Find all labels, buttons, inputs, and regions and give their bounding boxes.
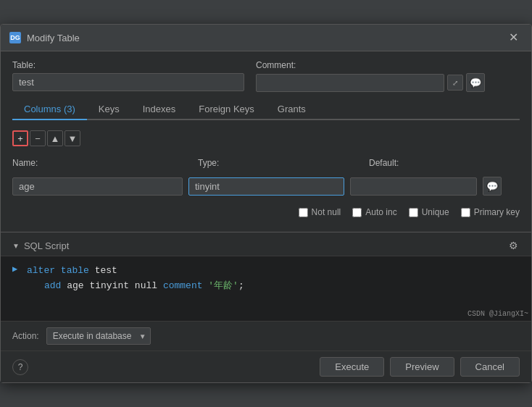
- sql-editor: ▶ alter table test add age tinyint null: [1, 256, 531, 321]
- action-select[interactable]: Execute in database Generate SQL script: [46, 327, 151, 345]
- col-type-header: Type:: [198, 158, 357, 168]
- close-button[interactable]: ✕: [504, 30, 523, 45]
- sql-comment-kw: comment: [163, 279, 203, 294]
- comment-label: Comment:: [256, 60, 485, 70]
- sql-settings-button[interactable]: ⚙: [507, 238, 520, 253]
- col-name-header: Name:: [12, 158, 186, 168]
- sql-gutter: ▶: [12, 264, 27, 294]
- expand-comment-button[interactable]: ⤢: [447, 75, 463, 91]
- move-up-button[interactable]: ▲: [47, 130, 63, 146]
- preview-button[interactable]: Preview: [390, 357, 454, 377]
- sql-null-kw: null: [135, 279, 157, 294]
- tab-columns[interactable]: Columns (3): [12, 99, 87, 120]
- sql-col-type: tinyint: [89, 279, 129, 294]
- gutter-line-2: [12, 274, 21, 283]
- checkboxes-row: Not null Auto inc Unique Primary key: [12, 203, 520, 220]
- remove-column-button[interactable]: −: [30, 130, 46, 146]
- sql-code: alter table test add age tinyint null co…: [27, 264, 244, 294]
- sql-section: ▼ SQL Script ⚙ ▶ alter table test: [1, 229, 531, 321]
- tab-indexes[interactable]: Indexes: [131, 99, 188, 120]
- dialog-footer: ? Execute Preview Cancel: [1, 351, 531, 382]
- tab-keys[interactable]: Keys: [87, 99, 131, 120]
- columns-toolbar: + − ▲ ▼: [12, 127, 520, 149]
- footer-buttons: Execute Preview Cancel: [320, 357, 520, 377]
- table-label: Table:: [12, 60, 244, 70]
- not-null-checkbox[interactable]: [299, 208, 308, 217]
- tabs: Columns (3) Keys Indexes Foreign Keys Gr…: [12, 99, 520, 120]
- sql-semicolon: ;: [238, 279, 244, 294]
- sql-add-kw: add: [44, 279, 61, 294]
- comment-row: ⤢ 💬: [256, 73, 485, 92]
- execute-button[interactable]: Execute: [320, 357, 384, 377]
- auto-inc-label: Auto inc: [365, 207, 396, 217]
- sql-table-name: test: [95, 264, 117, 279]
- not-null-group: Not null: [299, 207, 341, 217]
- table-group: Table:: [12, 60, 244, 91]
- unique-group: Unique: [409, 207, 449, 217]
- action-label: Action:: [12, 331, 39, 341]
- title-bar-left: DG Modify Table: [9, 32, 80, 43]
- add-column-button[interactable]: +: [12, 130, 28, 146]
- title-bar: DG Modify Table ✕: [1, 25, 531, 51]
- app-icon: DG: [9, 32, 21, 43]
- comment-icon-button[interactable]: 💬: [466, 73, 485, 92]
- gutter-marker-1: ▶: [12, 264, 21, 274]
- auto-inc-checkbox[interactable]: [352, 208, 362, 217]
- table-name-input[interactable]: [12, 73, 244, 91]
- col-default-header: Default:: [369, 158, 499, 168]
- watermark: CSDN @JiangXI~: [467, 310, 528, 318]
- primary-key-checkbox[interactable]: [461, 208, 470, 217]
- sql-table-kw: table: [61, 264, 89, 279]
- sql-comment-val: '年龄': [208, 279, 238, 294]
- move-down-button[interactable]: ▼: [65, 130, 80, 146]
- sql-line-2: add age tinyint null comment '年龄';: [27, 279, 244, 294]
- unique-label: Unique: [422, 207, 449, 217]
- modify-table-dialog: DG Modify Table ✕ Table: Comment: ⤢ 💬 Co: [0, 24, 532, 383]
- columns-header: Name: Type: Default:: [12, 156, 520, 169]
- sql-col-name: age: [67, 279, 83, 294]
- collapse-arrow-icon[interactable]: ▼: [12, 242, 20, 250]
- column-default-input[interactable]: [350, 177, 477, 196]
- sql-header: ▼ SQL Script ⚙: [1, 235, 531, 256]
- tab-foreign-keys[interactable]: Foreign Keys: [187, 99, 266, 120]
- column-name-input[interactable]: [12, 177, 183, 196]
- auto-inc-group: Auto inc: [352, 207, 396, 217]
- sql-section-title: SQL Script: [24, 240, 69, 251]
- table-comment-row: Table: Comment: ⤢ 💬: [12, 60, 520, 92]
- unique-checkbox[interactable]: [409, 208, 418, 217]
- sql-header-left: ▼ SQL Script: [12, 240, 69, 251]
- dialog-title: Modify Table: [27, 33, 80, 43]
- sql-alter-kw: alter: [27, 264, 55, 279]
- sql-line-1: alter table test: [27, 264, 244, 279]
- column-type-input[interactable]: [188, 177, 344, 196]
- not-null-label: Not null: [312, 207, 341, 217]
- primary-key-group: Primary key: [461, 207, 520, 217]
- dialog-body: Table: Comment: ⤢ 💬 Columns (3) Keys Ind…: [1, 51, 531, 229]
- comment-group: Comment: ⤢ 💬: [256, 60, 485, 92]
- help-button[interactable]: ?: [12, 359, 28, 375]
- action-select-wrapper: Execute in database Generate SQL script …: [46, 327, 151, 345]
- comment-input[interactable]: [256, 74, 444, 92]
- column-row: 💬: [12, 177, 520, 196]
- column-comment-button[interactable]: 💬: [483, 177, 502, 196]
- primary-key-label: Primary key: [474, 207, 520, 217]
- cancel-button[interactable]: Cancel: [460, 357, 520, 377]
- footer-action: Action: Execute in database Generate SQL…: [1, 321, 531, 351]
- tab-grants[interactable]: Grants: [266, 99, 317, 120]
- sql-content: ▶ alter table test add age tinyint null: [12, 264, 520, 294]
